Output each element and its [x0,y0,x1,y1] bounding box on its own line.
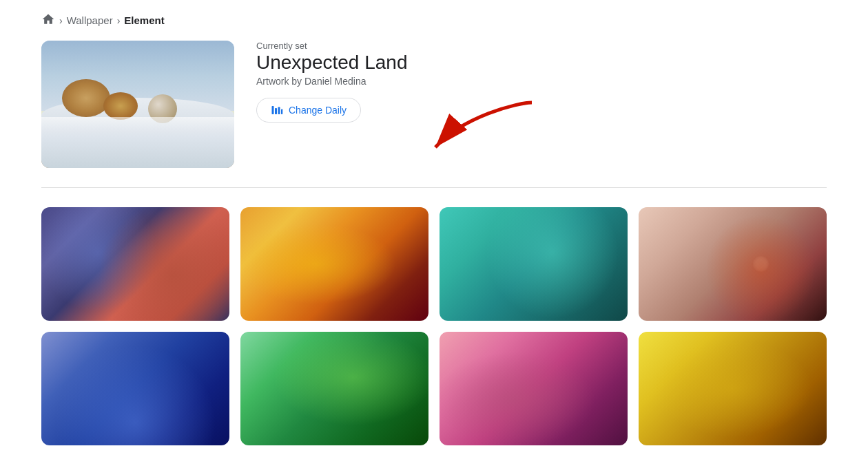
wallpaper-gallery [41,207,827,445]
svg-rect-2 [278,107,280,114]
gallery-item[interactable] [440,207,628,321]
main-content: Currently set Unexpected Land Artwork by… [0,41,868,445]
svg-rect-0 [272,106,274,114]
chevron-icon-2: › [117,15,121,26]
home-icon[interactable] [41,12,55,28]
gallery-item[interactable] [240,332,428,445]
gallery-item[interactable] [440,332,628,445]
breadcrumb-wallpaper[interactable]: Wallpaper [67,14,113,26]
change-daily-label: Change Daily [289,105,347,116]
breadcrumb-current: Element [124,14,164,26]
annotation-arrow [408,96,546,165]
current-wallpaper-section: Currently set Unexpected Land Artwork by… [41,41,827,188]
breadcrumb: › Wallpaper › Element [0,0,868,41]
change-daily-icon [271,104,283,116]
gallery-item[interactable] [639,332,827,445]
svg-rect-3 [281,109,282,114]
gallery-item[interactable] [240,207,428,321]
chevron-icon-1: › [59,15,63,26]
gallery-item[interactable] [639,207,827,321]
gallery-item[interactable] [41,332,229,445]
gallery-item[interactable] [41,207,229,321]
currently-set-label: Currently set [256,41,408,51]
wallpaper-title: Unexpected Land [256,51,408,74]
current-wallpaper-preview [41,41,234,168]
svg-rect-1 [275,108,277,114]
wallpaper-info: Currently set Unexpected Land Artwork by… [256,41,408,123]
artwork-credit: Artwork by Daniel Medina [256,76,408,87]
change-daily-button[interactable]: Change Daily [256,98,361,123]
